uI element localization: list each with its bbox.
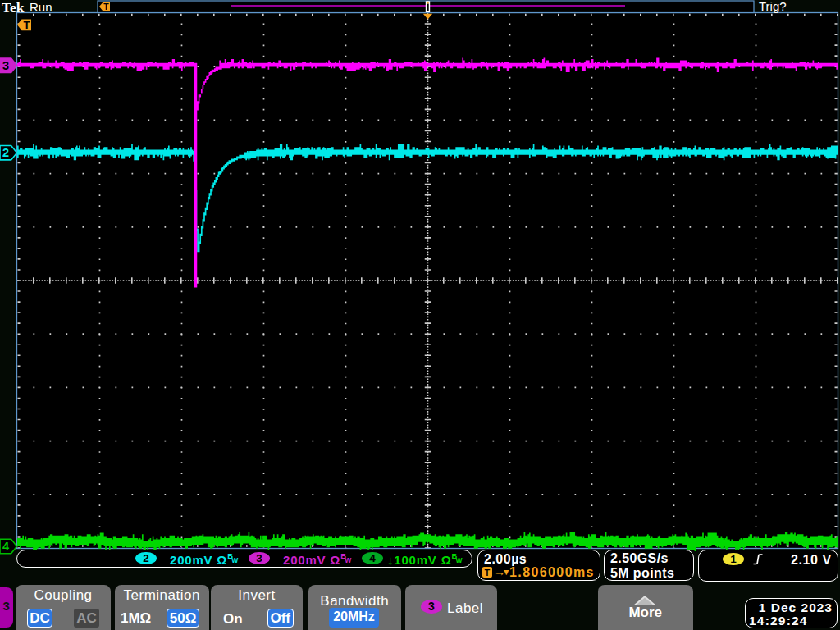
svg-text:T: T	[103, 2, 109, 11]
svg-text:2: 2	[2, 146, 9, 159]
svg-text:3: 3	[2, 59, 9, 72]
svg-text:T: T	[23, 19, 30, 31]
svg-text:4: 4	[2, 540, 9, 553]
